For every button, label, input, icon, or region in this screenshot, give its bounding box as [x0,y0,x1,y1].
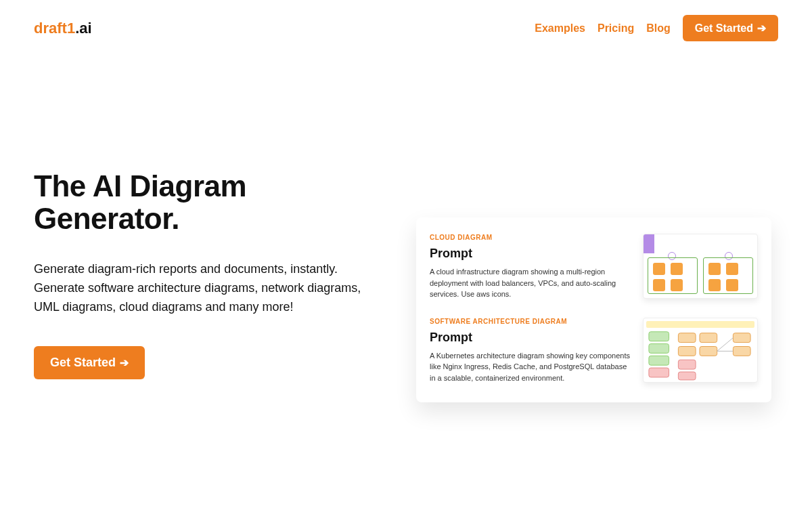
svg-rect-5 [700,333,717,342]
cloud-diagram-thumbnail [643,234,758,299]
architecture-diagram-thumbnail [643,318,758,383]
hero-cta-label: Get Started [50,356,116,370]
svg-rect-4 [678,333,696,342]
example-desc: A Kubernetes architecture diagram showin… [430,350,632,384]
example-text: SOFTWARE ARCHITECTURE DIAGRAM Prompt A K… [430,318,632,384]
nav-examples[interactable]: Examples [535,22,585,35]
svg-rect-8 [733,333,750,342]
example-title: Prompt [430,247,632,261]
svg-rect-9 [733,346,750,356]
hero-sub1: Generate diagram-rich reports and docume… [34,260,389,279]
arrow-right-icon: ➔ [757,22,766,35]
hero-sub2: Generate software architecture diagrams,… [34,279,389,317]
svg-rect-1 [649,343,669,353]
arrow-right-icon: ➔ [120,356,129,369]
example-desc: A cloud infrastructure diagram showing a… [430,266,632,300]
example-tag: SOFTWARE ARCHITECTURE DIAGRAM [430,318,632,325]
logo-part1: draft1 [34,20,75,37]
logo-part2: .ai [75,20,91,37]
example-title: Prompt [430,331,632,345]
svg-rect-7 [700,346,717,356]
svg-rect-10 [678,360,696,369]
svg-rect-0 [649,331,669,341]
svg-line-12 [717,337,734,351]
nav-get-started-label: Get Started [695,22,753,35]
logo[interactable]: draft1.ai [34,20,92,37]
hero-subtext: Generate diagram-rich reports and docume… [34,260,389,317]
hero-get-started-button[interactable]: Get Started ➔ [34,346,145,379]
hero-section: The AI Diagram Generator. Generate diagr… [0,41,812,379]
svg-rect-6 [678,346,696,356]
svg-rect-2 [649,356,669,365]
hero-headline: The AI Diagram Generator. [34,170,389,236]
hero-right: CLOUD DIAGRAM Prompt A cloud infrastruct… [409,170,778,379]
svg-rect-11 [678,372,696,380]
nav-pricing[interactable]: Pricing [597,22,634,35]
nav-get-started-button[interactable]: Get Started ➔ [683,15,778,41]
examples-card: CLOUD DIAGRAM Prompt A cloud infrastruct… [416,217,771,402]
hero-left: The AI Diagram Generator. Generate diagr… [34,170,389,379]
example-text: CLOUD DIAGRAM Prompt A cloud infrastruct… [430,234,632,300]
nav-blog[interactable]: Blog [646,22,671,35]
example-architecture: SOFTWARE ARCHITECTURE DIAGRAM Prompt A K… [430,318,758,384]
example-tag: CLOUD DIAGRAM [430,234,632,241]
svg-rect-3 [649,368,669,377]
top-nav: Examples Pricing Blog Get Started ➔ [535,15,778,41]
site-header: draft1.ai Examples Pricing Blog Get Star… [0,0,812,41]
example-cloud: CLOUD DIAGRAM Prompt A cloud infrastruct… [430,234,758,300]
